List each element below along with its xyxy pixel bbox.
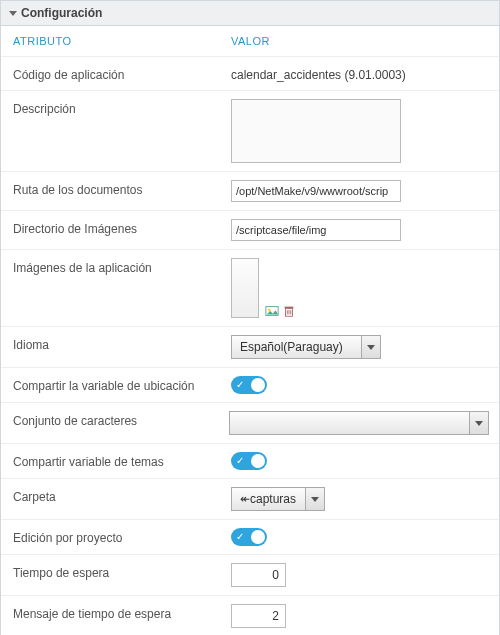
- folder-select[interactable]: ↞ capturas: [231, 487, 325, 511]
- label-language: Idioma: [13, 335, 231, 352]
- row-charset: Conjunto de caracteres: [1, 403, 499, 444]
- panel-title: Configuración: [21, 6, 102, 20]
- row-share-loc: Compartir la variable de ubicación ✓: [1, 368, 499, 403]
- row-app-code: Código de aplicación calendar_accidentes…: [1, 57, 499, 91]
- row-share-theme: Compartir variable de temas ✓: [1, 444, 499, 479]
- timeout-input[interactable]: [231, 563, 286, 587]
- description-textarea[interactable]: [231, 99, 401, 163]
- delete-icon[interactable]: [282, 304, 296, 318]
- label-description: Descripción: [13, 99, 231, 116]
- folder-value: ↞ capturas: [232, 488, 306, 510]
- doc-path-input[interactable]: [231, 180, 401, 202]
- row-folder: Carpeta ↞ capturas: [1, 479, 499, 520]
- language-value: Español(Paraguay): [232, 336, 362, 358]
- timeout-msg-input[interactable]: [231, 604, 286, 628]
- row-doc-path: Ruta de los documentos: [1, 172, 499, 211]
- label-app-images: Imágenes de la aplicación: [13, 258, 231, 275]
- label-timeout: Tiempo de espera: [13, 563, 231, 580]
- label-share-theme: Compartir variable de temas: [13, 452, 231, 469]
- charset-value: [230, 412, 470, 434]
- label-doc-path: Ruta de los documentos: [13, 180, 231, 197]
- language-select[interactable]: Español(Paraguay): [231, 335, 381, 359]
- label-timeout-msg: Mensaje de tiempo de espera: [13, 604, 231, 621]
- label-app-code: Código de aplicación: [13, 65, 231, 82]
- row-timeout: Tiempo de espera: [1, 555, 499, 596]
- svg-point-1: [268, 309, 271, 312]
- label-share-loc: Compartir la variable de ubicación: [13, 376, 231, 393]
- label-proj-edit: Edición por proyecto: [13, 528, 231, 545]
- collapse-icon: [9, 11, 17, 16]
- row-timeout-msg: Mensaje de tiempo de espera: [1, 596, 499, 635]
- proj-edit-toggle[interactable]: ✓: [231, 528, 267, 546]
- label-folder: Carpeta: [13, 487, 231, 504]
- columns-header: ATRIBUTO VALOR: [1, 26, 499, 57]
- share-loc-toggle[interactable]: ✓: [231, 376, 267, 394]
- row-img-dir: Directorio de Imágenes: [1, 211, 499, 250]
- panel-header[interactable]: Configuración: [1, 1, 499, 26]
- row-app-images: Imágenes de la aplicación: [1, 250, 499, 327]
- image-picker-icon[interactable]: [265, 304, 279, 318]
- row-proj-edit: Edición por proyecto ✓: [1, 520, 499, 555]
- col-value: VALOR: [231, 35, 489, 47]
- row-language: Idioma Español(Paraguay): [1, 327, 499, 368]
- app-image-thumb[interactable]: [231, 258, 259, 318]
- value-app-code: calendar_accidentes (9.01.0003): [231, 65, 406, 82]
- config-panel: Configuración ATRIBUTO VALOR Código de a…: [0, 0, 500, 635]
- svg-rect-6: [285, 307, 294, 309]
- col-attribute: ATRIBUTO: [13, 35, 231, 47]
- share-theme-toggle[interactable]: ✓: [231, 452, 267, 470]
- label-img-dir: Directorio de Imágenes: [13, 219, 231, 236]
- chevron-down-icon: [306, 488, 324, 510]
- charset-select[interactable]: [229, 411, 489, 435]
- label-charset: Conjunto de caracteres: [13, 411, 229, 428]
- img-dir-input[interactable]: [231, 219, 401, 241]
- chevron-down-icon: [362, 336, 380, 358]
- row-description: Descripción: [1, 91, 499, 172]
- chevron-down-icon: [470, 412, 488, 434]
